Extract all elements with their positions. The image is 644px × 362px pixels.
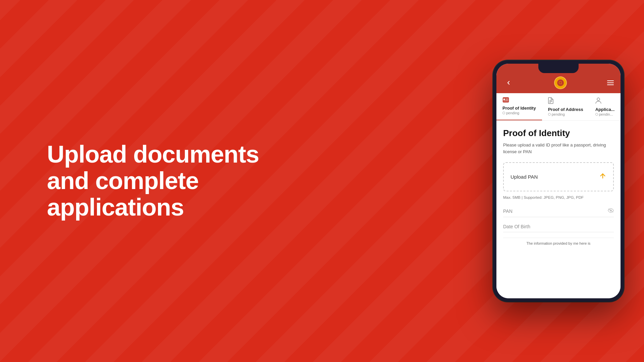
back-button[interactable] [503,77,514,88]
dob-field-label: Date Of Birth [503,224,614,229]
tab-identity-status: pending [502,111,519,115]
hamburger-icon [607,80,614,85]
eye-toggle-pan[interactable] [608,208,614,214]
file-icon [548,97,553,106]
tab-application-status: pendin... [595,112,613,116]
section-description: Please upload a valid ID proof like a pa… [503,142,614,155]
svg-line-1 [561,83,562,84]
upload-pan-label: Upload PAN [511,174,538,180]
logo-inner [557,79,564,86]
hero-line1: Upload documents [47,141,259,168]
upload-hint: Max. 5MB | Supported: JPEG, PNG, JPG, PD… [503,195,614,199]
tab-address-status: pending [548,112,565,116]
status-dot-address [548,113,551,116]
tab-application-label: Applica... [595,107,615,112]
hero-text: Upload documents and complete applicatio… [47,141,259,221]
menu-button[interactable] [607,80,614,85]
footer-info: The information provided by me here is [503,238,614,249]
pan-field-label: PAN [503,208,614,214]
phone-screen: Proof of Identity pending [496,64,621,298]
upload-arrow-icon [599,172,606,181]
svg-point-10 [597,98,600,101]
tab-identity-label: Proof of Identity [502,106,536,111]
hero-line2: and complete [47,167,199,194]
hero-section: Upload documents and complete applicatio… [47,141,259,221]
phone-wrapper: Proof of Identity pending [493,13,624,349]
phone-notch [538,64,579,73]
dob-field-divider [503,232,614,232]
app-content: Proof of Identity Please upload a valid … [496,121,621,298]
hero-line3: applications [47,194,184,221]
tab-application[interactable]: Applica... pendin... [589,93,621,120]
upload-pan-area[interactable]: Upload PAN [503,162,614,191]
id-card-icon [502,97,509,104]
section-title: Proof of Identity [503,128,614,138]
svg-rect-3 [503,99,505,100]
phone-frame: Proof of Identity pending [493,60,624,302]
tab-address-label: Proof of Address [548,107,583,112]
pan-field: PAN [503,208,614,217]
person-icon [595,97,601,106]
status-dot-app [595,113,598,116]
app-logo [554,76,567,89]
dob-field: Date Of Birth [503,224,614,232]
tab-proof-of-identity[interactable]: Proof of Identity pending [496,93,542,120]
tab-navigation: Proof of Identity pending [496,93,621,121]
tab-proof-of-address[interactable]: Proof of Address pending [542,93,589,120]
pan-field-divider [503,217,614,217]
status-dot [502,112,505,114]
svg-point-0 [559,81,562,84]
